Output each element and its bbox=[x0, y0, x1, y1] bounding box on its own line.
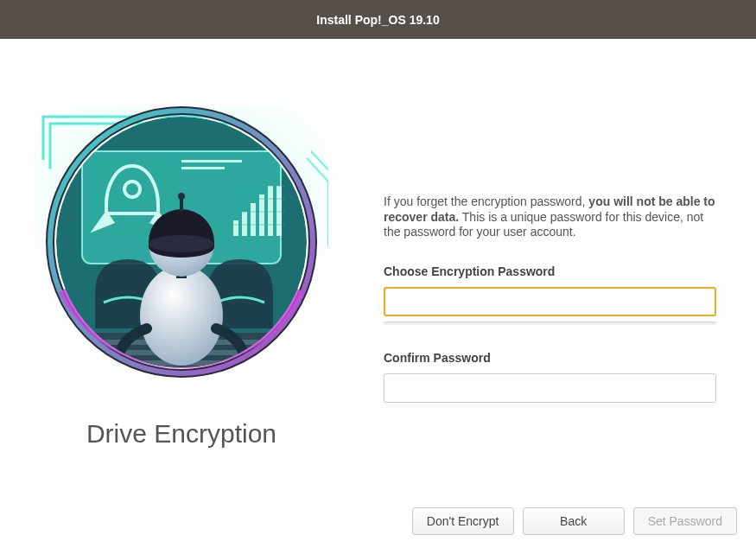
window-title: Install Pop!_OS 19.10 bbox=[316, 13, 439, 27]
encryption-warning-text: If you forget the encryption password, y… bbox=[384, 194, 716, 240]
right-pane: If you forget the encryption password, y… bbox=[384, 194, 716, 429]
set-password-button[interactable]: Set Password bbox=[633, 507, 737, 535]
encryption-illustration bbox=[35, 91, 328, 385]
svg-point-24 bbox=[140, 265, 223, 366]
svg-point-29 bbox=[178, 193, 185, 200]
svg-rect-13 bbox=[259, 194, 264, 236]
confirm-password-block: Confirm Password bbox=[384, 351, 716, 403]
svg-rect-9 bbox=[181, 167, 225, 169]
page-title: Drive Encryption bbox=[35, 419, 328, 449]
installer-content: Drive Encryption If you forget the encry… bbox=[0, 39, 756, 554]
confirm-password-label: Confirm Password bbox=[384, 351, 716, 365]
svg-rect-11 bbox=[242, 212, 247, 236]
svg-point-27 bbox=[149, 235, 214, 252]
choose-password-label: Choose Encryption Password bbox=[384, 264, 716, 278]
warning-pre: If you forget the encryption password, bbox=[384, 194, 588, 208]
button-bar: Don't Encrypt Back Set Password bbox=[412, 507, 737, 535]
left-pane: Drive Encryption bbox=[35, 91, 346, 449]
svg-rect-15 bbox=[276, 186, 282, 236]
confirm-password-input[interactable] bbox=[384, 373, 716, 403]
svg-rect-8 bbox=[181, 160, 242, 162]
back-button[interactable]: Back bbox=[523, 507, 625, 535]
svg-rect-14 bbox=[268, 186, 273, 236]
svg-rect-10 bbox=[233, 220, 238, 236]
choose-password-block: Choose Encryption Password bbox=[384, 264, 716, 325]
svg-rect-12 bbox=[251, 203, 256, 236]
titlebar: Install Pop!_OS 19.10 bbox=[0, 0, 756, 39]
dont-encrypt-button[interactable]: Don't Encrypt bbox=[412, 507, 514, 535]
choose-password-input[interactable] bbox=[384, 287, 716, 316]
password-strength-bar bbox=[384, 322, 716, 325]
